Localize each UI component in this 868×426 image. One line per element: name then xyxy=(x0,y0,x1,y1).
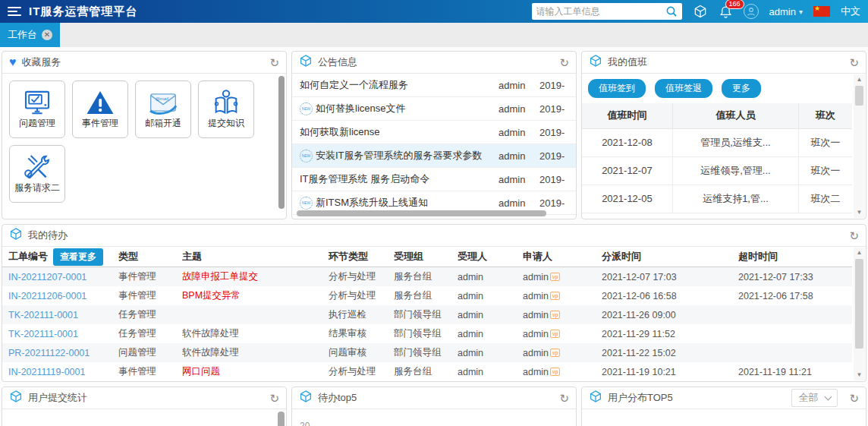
panel-title: 我的值班 xyxy=(608,55,647,69)
cube-icon xyxy=(589,54,602,71)
tab-workbench[interactable]: 工作台 ✕ xyxy=(0,23,60,47)
todo-column-header: 工单编号查看更多 xyxy=(8,248,118,266)
announcement-title: 如何替换license文件 xyxy=(316,102,495,115)
duty-column-header: 值班人员 xyxy=(672,103,798,128)
content: ♥ 收藏服务 ↻ 问题管理 事件管理 @mail 邮箱开通 xyxy=(0,47,868,426)
duty-action-button[interactable]: 值班签退 xyxy=(655,79,712,98)
duty-column-header: 班次 xyxy=(799,103,852,128)
work-order-link[interactable]: PR-20211122-0001 xyxy=(8,348,90,358)
favorite-service-card[interactable]: 服务请求二 xyxy=(9,145,65,203)
todo-row[interactable]: PR-20211122-0001问题管理软件故障处理问题审核部门领导组admin… xyxy=(2,343,852,362)
announcement-title: 如何获取新license xyxy=(300,125,495,139)
search-icon[interactable] xyxy=(665,5,678,17)
duty-action-button[interactable]: 值班签到 xyxy=(588,79,646,98)
todo-row[interactable]: IN-20211119-0001事件管理网口问题分析与处理服务台组adminad… xyxy=(2,362,852,381)
tab-label: 工作台 xyxy=(8,28,37,42)
scrollbar[interactable] xyxy=(278,412,285,426)
todo-type: 事件管理 xyxy=(118,270,182,283)
chevron-down-icon: ▾ xyxy=(799,8,803,16)
announcement-item[interactable]: 如何自定义一个流程服务 admin 2019- xyxy=(292,74,576,97)
cube-icon xyxy=(299,54,313,71)
refresh-icon[interactable]: ↻ xyxy=(849,393,859,404)
todo-handler: admin xyxy=(458,367,523,377)
refresh-icon[interactable]: ↻ xyxy=(559,393,569,404)
work-order-link[interactable]: IN-20211206-0001 xyxy=(8,291,86,301)
tab-close-icon[interactable]: ✕ xyxy=(42,30,52,40)
avatar[interactable] xyxy=(744,4,759,19)
vip-badge-icon: vp xyxy=(550,368,560,376)
notification-count-badge: 166 xyxy=(725,0,744,9)
language-switch[interactable]: 中文 xyxy=(841,5,860,18)
favorite-service-label: 提交知识 xyxy=(201,118,251,129)
scrollbar[interactable]: ▲ ▼ xyxy=(854,248,865,380)
refresh-icon[interactable]: ↻ xyxy=(269,57,279,68)
todo-group: 部门领导组 xyxy=(394,327,458,340)
book-reader-icon xyxy=(201,87,251,118)
work-order-link[interactable]: IN-20211119-0001 xyxy=(8,367,85,377)
favorite-service-card[interactable]: 提交知识 xyxy=(198,80,254,138)
scroll-down-icon[interactable]: ▼ xyxy=(857,207,863,218)
duty-action-button[interactable]: 更多 xyxy=(722,79,761,98)
todo-step: 分析与处理 xyxy=(329,289,394,302)
new-badge-icon: NEW xyxy=(300,197,313,210)
menu-toggle-icon[interactable] xyxy=(8,7,21,16)
tabbar: 工作台 ✕ xyxy=(0,23,868,47)
todo-step: 结果审核 xyxy=(329,327,394,340)
work-order-link[interactable]: IN-20211207-0001 xyxy=(8,272,86,282)
todo-column-header: 主题 xyxy=(182,250,329,263)
todo-subject: 软件故障处理 xyxy=(182,327,329,340)
refresh-icon[interactable]: ↻ xyxy=(849,230,859,241)
china-flag-icon[interactable]: ★ xyxy=(813,6,830,17)
cube-icon xyxy=(9,390,23,406)
work-order-link[interactable]: TK-202111-0001 xyxy=(8,329,78,339)
horizontal-scrollbar[interactable] xyxy=(297,210,546,216)
refresh-icon[interactable]: ↻ xyxy=(559,57,569,68)
announcement-item[interactable]: NEW 安装IT服务管理系统的服务器要求参数 admin 2019- xyxy=(292,144,576,168)
duty-row[interactable]: 2021-12-05运维支持1,管...班次二 xyxy=(582,185,852,213)
search-input[interactable] xyxy=(536,6,662,17)
favorite-service-card[interactable]: @mail 邮箱开通 xyxy=(135,80,191,138)
todo-row[interactable]: TK-202111-0001任务管理执行巡检部门领导组adminadminvp2… xyxy=(2,305,852,324)
announcement-date: 2019- xyxy=(539,197,568,209)
announcement-date: 2019- xyxy=(539,174,568,185)
filter-select[interactable]: 全部 xyxy=(791,389,838,407)
favorite-service-label: 邮箱开通 xyxy=(138,118,188,129)
panel-todo-top5: 待办top5 ↻ 20 xyxy=(291,387,577,426)
refresh-icon[interactable]: ↻ xyxy=(849,57,859,68)
cube-icon[interactable] xyxy=(693,4,708,19)
announcement-author: admin xyxy=(498,197,536,209)
announcement-title: IT服务管理系统 服务启动命令 xyxy=(300,172,495,186)
announcement-title: 如何自定义一个流程服务 xyxy=(300,78,495,92)
announcement-item[interactable]: 如何获取新license admin 2019- xyxy=(292,121,576,144)
announcement-item[interactable]: NEW 如何替换license文件 admin 2019- xyxy=(292,97,576,121)
user-menu[interactable]: admin ▾ xyxy=(769,6,803,17)
duty-row[interactable]: 2021-12-07运维领导,管理...班次一 xyxy=(582,156,852,185)
scroll-up-icon[interactable]: ▲ xyxy=(857,248,863,258)
work-order-link[interactable]: TK-202111-0001 xyxy=(8,310,78,320)
todo-row[interactable]: IN-20211207-0001事件管理故障申报工单提交分析与处理服务台组adm… xyxy=(2,267,852,286)
refresh-icon[interactable]: ↻ xyxy=(269,393,279,404)
todo-handler: admin xyxy=(458,272,523,282)
view-more-button[interactable]: 查看更多 xyxy=(53,248,103,266)
scroll-down-icon[interactable]: ▼ xyxy=(857,370,863,380)
favorite-service-card[interactable]: 问题管理 xyxy=(9,80,65,138)
scrollbar[interactable]: ▲ ▼ xyxy=(854,74,865,218)
scrollbar[interactable] xyxy=(278,76,285,214)
duty-cell: 2021-12-05 xyxy=(582,185,672,213)
announcement-title: 安装IT服务管理系统的服务器要求参数 xyxy=(316,149,495,163)
search-box[interactable] xyxy=(532,3,682,20)
duty-row[interactable]: 2021-12-08管理员,运维支...班次一 xyxy=(582,128,852,156)
notifications-bell-icon[interactable]: 166 xyxy=(719,5,733,19)
announcement-date: 2019- xyxy=(539,80,568,91)
scroll-up-icon[interactable]: ▲ xyxy=(857,74,863,85)
todo-type: 事件管理 xyxy=(118,365,182,378)
todo-column-header: 类型 xyxy=(118,250,182,263)
announcement-item[interactable]: IT服务管理系统 服务启动命令 admin 2019- xyxy=(292,168,576,191)
duty-cell: 班次一 xyxy=(799,156,852,185)
todo-row[interactable]: IN-20211206-0001事件管理BPM提交异常分析与处理服务台组admi… xyxy=(2,286,852,305)
monitor-check-icon xyxy=(12,87,62,118)
todo-step: 执行巡检 xyxy=(329,308,394,321)
panel-title: 公告信息 xyxy=(318,55,357,69)
favorite-service-card[interactable]: 事件管理 xyxy=(72,80,128,138)
todo-row[interactable]: TK-202111-0001任务管理软件故障处理结果审核部门领导组adminad… xyxy=(2,324,852,343)
